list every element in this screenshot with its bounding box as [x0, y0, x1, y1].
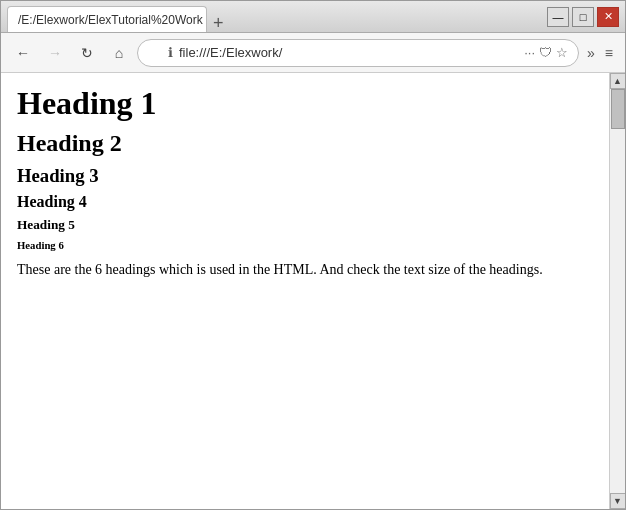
maximize-button[interactable]: □: [572, 7, 594, 27]
tab-label: /E:/Elexwork/ElexTutorial%20Work: [18, 13, 203, 27]
tab-area: /E:/Elexwork/ElexTutorial%20Work × +: [7, 1, 543, 32]
new-tab-button[interactable]: +: [207, 14, 230, 32]
window-controls: — □ ✕: [547, 7, 619, 27]
address-bar[interactable]: ℹ file:///E:/Elexwork/ ··· 🛡 ☆: [137, 39, 579, 67]
extend-button[interactable]: »: [583, 43, 599, 63]
nav-extra: » ≡: [583, 43, 617, 63]
content-wrapper: Heading 1 Heading 2 Heading 3 Heading 4 …: [1, 73, 625, 509]
address-icons: ··· 🛡 ☆: [524, 45, 568, 60]
nav-bar: ← → ↻ ⌂ ℹ file:///E:/Elexwork/ ··· 🛡 ☆ »…: [1, 33, 625, 73]
shield-icon[interactable]: 🛡: [539, 45, 552, 60]
heading-3: Heading 3: [17, 165, 593, 187]
menu-button[interactable]: ≡: [601, 43, 617, 63]
page-content: Heading 1 Heading 2 Heading 3 Heading 4 …: [1, 73, 609, 509]
heading-5: Heading 5: [17, 217, 593, 233]
scroll-thumb[interactable]: [611, 89, 625, 129]
paragraph: These are the 6 headings which is used i…: [17, 259, 593, 280]
heading-1: Heading 1: [17, 85, 593, 122]
more-icon[interactable]: ···: [524, 45, 535, 60]
scrollbar[interactable]: ▲ ▼: [609, 73, 625, 509]
minimize-button[interactable]: —: [547, 7, 569, 27]
info-icon: ℹ: [168, 45, 173, 60]
browser-window: /E:/Elexwork/ElexTutorial%20Work × + — □…: [0, 0, 626, 510]
heading-6: Heading 6: [17, 239, 593, 251]
bookmark-icon[interactable]: ☆: [556, 45, 568, 60]
scroll-down-arrow[interactable]: ▼: [610, 493, 626, 509]
close-button[interactable]: ✕: [597, 7, 619, 27]
heading-4: Heading 4: [17, 193, 593, 211]
url-text: file:///E:/Elexwork/: [179, 45, 518, 60]
browser-tab[interactable]: /E:/Elexwork/ElexTutorial%20Work ×: [7, 6, 207, 32]
refresh-button[interactable]: ↻: [73, 39, 101, 67]
scroll-up-arrow[interactable]: ▲: [610, 73, 626, 89]
heading-2: Heading 2: [17, 130, 593, 157]
forward-button[interactable]: →: [41, 39, 69, 67]
home-button[interactable]: ⌂: [105, 39, 133, 67]
title-bar: /E:/Elexwork/ElexTutorial%20Work × + — □…: [1, 1, 625, 33]
scroll-track[interactable]: [610, 89, 625, 493]
back-button[interactable]: ←: [9, 39, 37, 67]
